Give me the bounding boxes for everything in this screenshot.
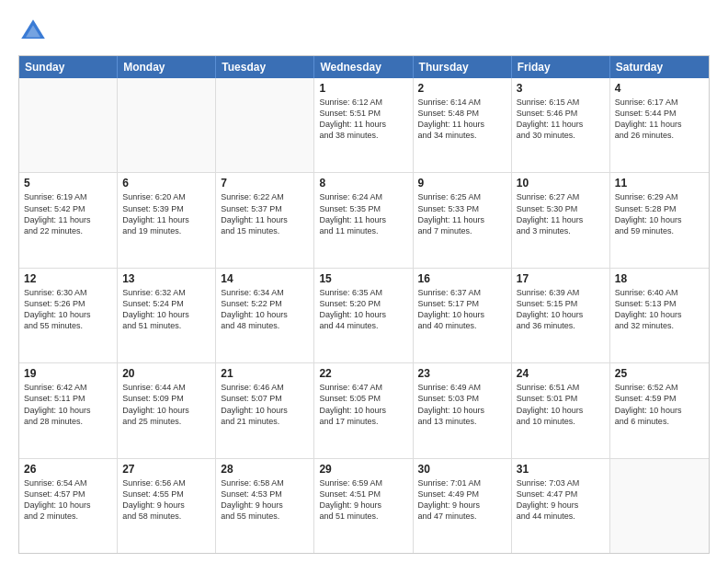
day-cell-9: 9Sunrise: 6:25 AMSunset: 5:33 PMDaylight…: [414, 173, 512, 267]
day-number: 15: [319, 272, 407, 285]
day-cell-30: 30Sunrise: 7:01 AMSunset: 4:49 PMDayligh…: [414, 459, 512, 553]
day-cell-10: 10Sunrise: 6:27 AMSunset: 5:30 PMDayligh…: [512, 173, 610, 267]
day-info: Sunrise: 6:44 AMSunset: 5:09 PMDaylight:…: [122, 382, 210, 427]
weekday-header-friday: Friday: [512, 56, 610, 78]
day-cell-18: 18Sunrise: 6:40 AMSunset: 5:13 PMDayligh…: [610, 269, 709, 362]
day-number: 2: [418, 82, 506, 95]
empty-cell-4-6: [610, 459, 709, 553]
day-info: Sunrise: 6:56 AMSunset: 4:55 PMDaylight:…: [122, 477, 210, 523]
day-info: Sunrise: 6:20 AMSunset: 5:39 PMDaylight:…: [122, 191, 210, 236]
header: [18, 17, 710, 46]
day-cell-4: 4Sunrise: 6:17 AMSunset: 5:44 PMDaylight…: [610, 78, 709, 172]
day-cell-11: 11Sunrise: 6:29 AMSunset: 5:28 PMDayligh…: [610, 173, 709, 267]
day-cell-16: 16Sunrise: 6:37 AMSunset: 5:17 PMDayligh…: [414, 269, 512, 362]
day-number: 10: [517, 177, 605, 190]
day-info: Sunrise: 6:19 AMSunset: 5:42 PMDaylight:…: [24, 191, 112, 236]
weekday-header-tuesday: Tuesday: [216, 56, 314, 78]
calendar-row-3: 12Sunrise: 6:30 AMSunset: 5:26 PMDayligh…: [19, 269, 709, 363]
day-number: 9: [418, 177, 506, 190]
calendar-row-5: 26Sunrise: 6:54 AMSunset: 4:57 PMDayligh…: [19, 459, 709, 553]
day-info: Sunrise: 6:30 AMSunset: 5:26 PMDaylight:…: [24, 287, 112, 332]
day-number: 14: [221, 272, 309, 285]
empty-cell-0-2: [216, 78, 314, 172]
day-info: Sunrise: 6:24 AMSunset: 5:35 PMDaylight:…: [319, 191, 407, 236]
day-info: Sunrise: 6:22 AMSunset: 5:37 PMDaylight:…: [221, 191, 309, 236]
day-cell-21: 21Sunrise: 6:46 AMSunset: 5:07 PMDayligh…: [216, 363, 314, 457]
day-cell-24: 24Sunrise: 6:51 AMSunset: 5:01 PMDayligh…: [512, 363, 610, 457]
day-info: Sunrise: 6:34 AMSunset: 5:22 PMDaylight:…: [221, 287, 309, 332]
page: SundayMondayTuesdayWednesdayThursdayFrid…: [0, 0, 728, 563]
day-info: Sunrise: 6:14 AMSunset: 5:48 PMDaylight:…: [418, 97, 506, 142]
day-cell-25: 25Sunrise: 6:52 AMSunset: 4:59 PMDayligh…: [610, 363, 709, 457]
calendar-row-2: 5Sunrise: 6:19 AMSunset: 5:42 PMDaylight…: [19, 173, 709, 268]
day-number: 31: [517, 463, 605, 476]
day-cell-22: 22Sunrise: 6:47 AMSunset: 5:05 PMDayligh…: [314, 363, 413, 457]
day-info: Sunrise: 6:49 AMSunset: 5:03 PMDaylight:…: [418, 382, 506, 427]
day-cell-2: 2Sunrise: 6:14 AMSunset: 5:48 PMDaylight…: [414, 78, 512, 172]
day-cell-14: 14Sunrise: 6:34 AMSunset: 5:22 PMDayligh…: [216, 269, 314, 362]
day-number: 13: [122, 272, 210, 285]
day-number: 3: [517, 82, 605, 95]
logo-icon: [18, 17, 48, 46]
day-info: Sunrise: 6:39 AMSunset: 5:15 PMDaylight:…: [517, 287, 605, 332]
day-info: Sunrise: 6:42 AMSunset: 5:11 PMDaylight:…: [24, 382, 112, 427]
day-number: 18: [615, 272, 704, 285]
day-cell-17: 17Sunrise: 6:39 AMSunset: 5:15 PMDayligh…: [512, 269, 610, 362]
day-number: 12: [24, 272, 112, 285]
day-number: 1: [319, 82, 407, 95]
weekday-header-monday: Monday: [118, 56, 216, 78]
calendar-header: SundayMondayTuesdayWednesdayThursdayFrid…: [19, 56, 709, 78]
day-cell-28: 28Sunrise: 6:58 AMSunset: 4:53 PMDayligh…: [216, 459, 314, 553]
day-info: Sunrise: 6:15 AMSunset: 5:46 PMDaylight:…: [517, 97, 605, 142]
empty-cell-0-1: [118, 78, 216, 172]
day-info: Sunrise: 6:37 AMSunset: 5:17 PMDaylight:…: [418, 287, 506, 332]
day-number: 5: [24, 177, 112, 190]
day-info: Sunrise: 6:47 AMSunset: 5:05 PMDaylight:…: [319, 382, 407, 427]
day-cell-27: 27Sunrise: 6:56 AMSunset: 4:55 PMDayligh…: [118, 459, 216, 553]
weekday-header-thursday: Thursday: [414, 56, 512, 78]
day-number: 29: [319, 463, 407, 476]
day-number: 21: [221, 367, 309, 380]
day-info: Sunrise: 6:35 AMSunset: 5:20 PMDaylight:…: [319, 287, 407, 332]
day-cell-7: 7Sunrise: 6:22 AMSunset: 5:37 PMDaylight…: [216, 173, 314, 267]
calendar-row-1: 1Sunrise: 6:12 AMSunset: 5:51 PMDaylight…: [19, 78, 709, 173]
weekday-header-sunday: Sunday: [19, 56, 118, 78]
day-cell-1: 1Sunrise: 6:12 AMSunset: 5:51 PMDaylight…: [314, 78, 413, 172]
day-cell-5: 5Sunrise: 6:19 AMSunset: 5:42 PMDaylight…: [19, 173, 118, 267]
empty-cell-0-0: [19, 78, 118, 172]
day-cell-8: 8Sunrise: 6:24 AMSunset: 5:35 PMDaylight…: [314, 173, 413, 267]
day-cell-12: 12Sunrise: 6:30 AMSunset: 5:26 PMDayligh…: [19, 269, 118, 362]
day-number: 16: [418, 272, 506, 285]
day-number: 23: [418, 367, 506, 380]
day-info: Sunrise: 6:17 AMSunset: 5:44 PMDaylight:…: [615, 97, 704, 142]
day-number: 26: [24, 463, 112, 476]
day-number: 11: [615, 177, 704, 190]
day-number: 8: [319, 177, 407, 190]
day-number: 7: [221, 177, 309, 190]
day-cell-15: 15Sunrise: 6:35 AMSunset: 5:20 PMDayligh…: [314, 269, 413, 362]
day-info: Sunrise: 6:58 AMSunset: 4:53 PMDaylight:…: [221, 477, 309, 523]
day-info: Sunrise: 7:03 AMSunset: 4:47 PMDaylight:…: [517, 477, 605, 523]
day-number: 20: [122, 367, 210, 380]
day-info: Sunrise: 6:29 AMSunset: 5:28 PMDaylight:…: [615, 191, 704, 236]
day-info: Sunrise: 6:51 AMSunset: 5:01 PMDaylight:…: [517, 382, 605, 427]
day-number: 4: [615, 82, 704, 95]
day-number: 25: [615, 367, 704, 380]
day-number: 22: [319, 367, 407, 380]
day-info: Sunrise: 6:52 AMSunset: 4:59 PMDaylight:…: [615, 382, 704, 427]
day-info: Sunrise: 6:46 AMSunset: 5:07 PMDaylight:…: [221, 382, 309, 427]
day-info: Sunrise: 7:01 AMSunset: 4:49 PMDaylight:…: [418, 477, 506, 523]
day-cell-26: 26Sunrise: 6:54 AMSunset: 4:57 PMDayligh…: [19, 459, 118, 553]
day-cell-19: 19Sunrise: 6:42 AMSunset: 5:11 PMDayligh…: [19, 363, 118, 457]
day-cell-13: 13Sunrise: 6:32 AMSunset: 5:24 PMDayligh…: [118, 269, 216, 362]
day-info: Sunrise: 6:32 AMSunset: 5:24 PMDaylight:…: [122, 287, 210, 332]
day-cell-6: 6Sunrise: 6:20 AMSunset: 5:39 PMDaylight…: [118, 173, 216, 267]
day-cell-29: 29Sunrise: 6:59 AMSunset: 4:51 PMDayligh…: [314, 459, 413, 553]
day-info: Sunrise: 6:54 AMSunset: 4:57 PMDaylight:…: [24, 477, 112, 523]
logo: [18, 17, 53, 46]
day-number: 17: [517, 272, 605, 285]
day-info: Sunrise: 6:27 AMSunset: 5:30 PMDaylight:…: [517, 191, 605, 236]
weekday-header-saturday: Saturday: [610, 56, 709, 78]
weekday-header-wednesday: Wednesday: [314, 56, 413, 78]
day-cell-31: 31Sunrise: 7:03 AMSunset: 4:47 PMDayligh…: [512, 459, 610, 553]
